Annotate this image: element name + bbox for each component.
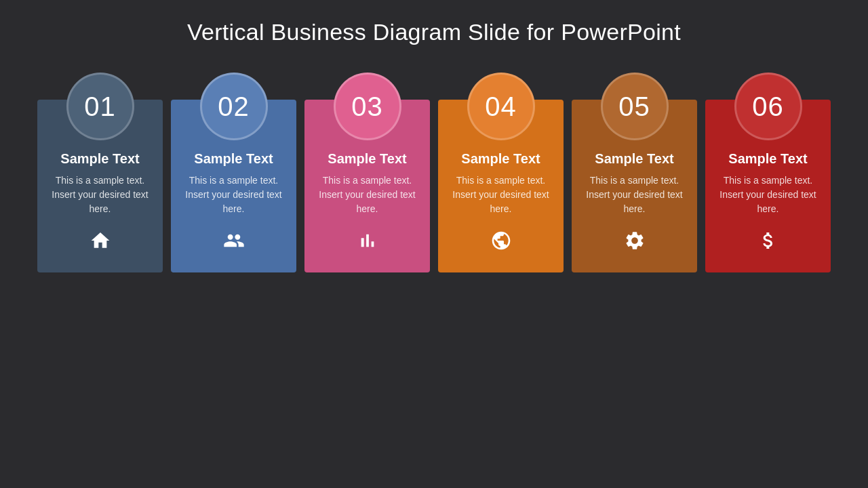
card-title-3: Sample Text [328,151,406,167]
gear-icon [624,230,646,256]
cards-container: 01Sample TextThis is a sample text. Inse… [37,66,831,272]
card-body-3: This is a sample text. Insert your desir… [304,174,430,216]
card-circle-3: 03 [334,73,401,140]
card-circle-5: 05 [601,73,669,140]
card-circle-1: 01 [66,73,134,140]
card-body-4: This is a sample text. Insert your desir… [438,174,564,216]
card-title-6: Sample Text [728,151,807,167]
card-circle-6: 06 [734,73,802,140]
card-wrapper-6: 06Sample TextThis is a sample text. Inse… [705,100,831,272]
card-circle-4: 04 [467,73,535,140]
card-3: 03Sample TextThis is a sample text. Inse… [304,100,430,272]
card-2: 02Sample TextThis is a sample text. Inse… [171,100,296,272]
card-5: 05Sample TextThis is a sample text. Inse… [572,100,697,272]
card-6: 06Sample TextThis is a sample text. Inse… [705,100,831,272]
chart-icon [357,230,378,256]
page-title: Vertical Business Diagram Slide for Powe… [187,19,681,45]
card-wrapper-4: 04Sample TextThis is a sample text. Inse… [438,100,564,272]
card-1: 01Sample TextThis is a sample text. Inse… [37,100,163,272]
card-title-4: Sample Text [461,151,540,167]
card-wrapper-2: 02Sample TextThis is a sample text. Inse… [171,100,296,272]
globe-icon [490,230,512,256]
home-icon [90,230,111,256]
card-number-1: 01 [84,92,116,122]
card-body-6: This is a sample text. Insert your desir… [705,174,831,216]
card-4: 04Sample TextThis is a sample text. Inse… [438,100,564,272]
card-number-2: 02 [218,92,250,122]
card-body-1: This is a sample text. Insert your desir… [37,174,163,216]
card-number-3: 03 [351,92,383,122]
card-wrapper-3: 03Sample TextThis is a sample text. Inse… [304,100,430,272]
card-body-5: This is a sample text. Insert your desir… [572,174,697,216]
card-body-2: This is a sample text. Insert your desir… [171,174,296,216]
card-number-4: 04 [485,92,517,122]
card-wrapper-1: 01Sample TextThis is a sample text. Inse… [37,100,163,272]
card-circle-2: 02 [200,73,268,140]
card-number-6: 06 [752,92,784,122]
card-title-5: Sample Text [595,151,673,167]
card-title-1: Sample Text [60,151,139,167]
dollar-icon [757,230,779,256]
card-wrapper-5: 05Sample TextThis is a sample text. Inse… [572,100,697,272]
people-icon [223,230,245,256]
card-number-5: 05 [618,92,650,122]
card-title-2: Sample Text [194,151,273,167]
